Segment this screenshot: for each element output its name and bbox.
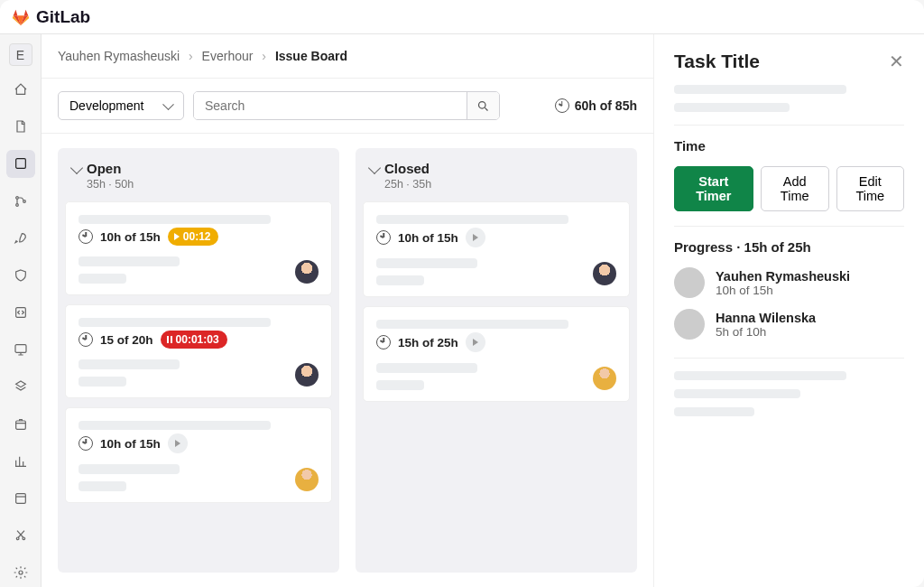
- breadcrumb-page: Issue Board: [275, 49, 347, 63]
- home-icon[interactable]: [6, 75, 35, 103]
- issue-card[interactable]: 10h of 15h: [363, 201, 630, 297]
- analytics-icon[interactable]: [6, 447, 35, 475]
- person-row: Hanna Wilenska 5h of 10h: [674, 309, 904, 340]
- svg-point-3: [23, 200, 25, 202]
- add-time-button[interactable]: Add Time: [761, 166, 829, 211]
- card-time: 15h of 25h: [398, 336, 458, 349]
- svg-rect-0: [15, 159, 25, 169]
- breadcrumb-user[interactable]: Yauhen Rymasheuski: [58, 49, 180, 63]
- snippets-icon[interactable]: [6, 522, 35, 550]
- rocket-icon[interactable]: [6, 224, 35, 252]
- clock-icon: [555, 98, 569, 113]
- clock-icon: [79, 332, 93, 347]
- svg-point-2: [15, 203, 18, 206]
- clock-icon: [376, 230, 391, 245]
- avatar[interactable]: [593, 262, 616, 285]
- svg-point-1: [15, 196, 18, 199]
- chevron-down-icon: [70, 161, 83, 173]
- column-subtitle: 25h · 35h: [384, 178, 623, 191]
- svg-rect-5: [15, 345, 26, 353]
- clock-icon: [79, 436, 93, 451]
- chevron-down-icon: [368, 161, 381, 173]
- shield-icon[interactable]: [6, 261, 35, 289]
- app-name: GitLab: [36, 7, 90, 27]
- infra-icon[interactable]: [6, 373, 35, 401]
- file-icon[interactable]: [6, 113, 35, 141]
- person-time: 5h of 10h: [716, 325, 816, 339]
- card-time: 10h of 15h: [100, 437, 161, 451]
- play-icon[interactable]: [466, 228, 485, 247]
- merge-icon[interactable]: [6, 187, 35, 215]
- gitlab-icon: [11, 7, 31, 27]
- search-input[interactable]: [194, 92, 467, 119]
- issues-icon[interactable]: [6, 150, 35, 178]
- svg-point-9: [23, 537, 25, 540]
- sidebar: E: [0, 34, 42, 587]
- column-subtitle: 35h · 50h: [87, 178, 325, 191]
- play-icon[interactable]: [466, 332, 485, 352]
- search-wrap: [193, 91, 500, 120]
- breadcrumb: Yauhen Rymasheuski › Everhour › Issue Bo…: [42, 34, 653, 79]
- gitlab-logo: GitLab: [11, 7, 90, 27]
- issue-card[interactable]: 15 of 20h00:01:03: [65, 304, 332, 398]
- toolbar: Development 60h of 85h: [42, 79, 653, 134]
- svg-point-11: [479, 101, 486, 108]
- avatar[interactable]: [295, 363, 319, 387]
- svg-rect-6: [15, 421, 25, 429]
- time-section-label: Time: [674, 138, 904, 154]
- avatar[interactable]: [674, 309, 705, 340]
- total-time: 60h of 85h: [555, 98, 637, 113]
- package-icon[interactable]: [6, 410, 35, 438]
- edit-time-button[interactable]: Edit Time: [836, 166, 904, 211]
- search-button[interactable]: [467, 92, 499, 119]
- breadcrumb-project[interactable]: Everhour: [202, 49, 254, 63]
- issue-card[interactable]: 15h of 25h: [363, 306, 630, 402]
- project-avatar[interactable]: E: [9, 43, 32, 66]
- person-time: 10h of 15h: [716, 284, 850, 297]
- start-timer-button[interactable]: Start Timer: [674, 166, 753, 211]
- avatar[interactable]: [593, 367, 616, 390]
- issue-board: Open 35h · 50h 10h of 15h00:12 15 of 20h…: [42, 134, 653, 587]
- search-icon: [476, 99, 490, 113]
- timer-pill[interactable]: 00:12: [168, 228, 219, 246]
- clock-icon: [79, 229, 93, 244]
- board-select[interactable]: Development: [58, 91, 184, 120]
- issue-card[interactable]: 10h of 15h00:12: [65, 201, 332, 295]
- play-icon[interactable]: [168, 433, 188, 453]
- avatar[interactable]: [295, 260, 319, 284]
- avatar[interactable]: [674, 267, 705, 298]
- column-title[interactable]: Open: [72, 161, 325, 176]
- timer-pill[interactable]: 00:01:03: [161, 331, 227, 349]
- monitor-icon[interactable]: [6, 336, 35, 364]
- svg-point-10: [19, 571, 23, 574]
- person-name: Hanna Wilenska: [716, 311, 816, 325]
- issue-card[interactable]: 10h of 15h: [65, 407, 332, 503]
- svg-point-8: [16, 537, 19, 540]
- card-time: 10h of 15h: [100, 230, 161, 244]
- svg-rect-7: [15, 494, 25, 504]
- task-title: Task Title: [674, 51, 760, 72]
- progress-label: Progress · 15h of 25h: [674, 239, 904, 255]
- topbar: GitLab: [0, 0, 924, 34]
- person-row: Yauhen Rymasheuski 10h of 15h: [674, 267, 904, 298]
- person-name: Yauhen Rymasheuski: [716, 269, 850, 284]
- close-icon[interactable]: ✕: [889, 51, 904, 72]
- deploy-icon[interactable]: [6, 299, 35, 327]
- people-list: Yauhen Rymasheuski 10h of 15h Hanna Wile…: [674, 267, 904, 340]
- detail-panel: Task Title ✕ Time Start Timer Add Time E…: [654, 34, 924, 587]
- card-time: 10h of 15h: [398, 231, 458, 245]
- clock-icon: [376, 335, 391, 349]
- settings-icon[interactable]: [6, 559, 35, 587]
- column-title[interactable]: Closed: [370, 161, 623, 176]
- board-column: Closed 25h · 35h 10h of 15h 15h of 25h: [356, 148, 637, 573]
- card-time: 15 of 20h: [100, 333, 153, 347]
- board-column: Open 35h · 50h 10h of 15h00:12 15 of 20h…: [58, 148, 339, 573]
- wiki-icon[interactable]: [6, 484, 35, 512]
- avatar[interactable]: [295, 468, 319, 491]
